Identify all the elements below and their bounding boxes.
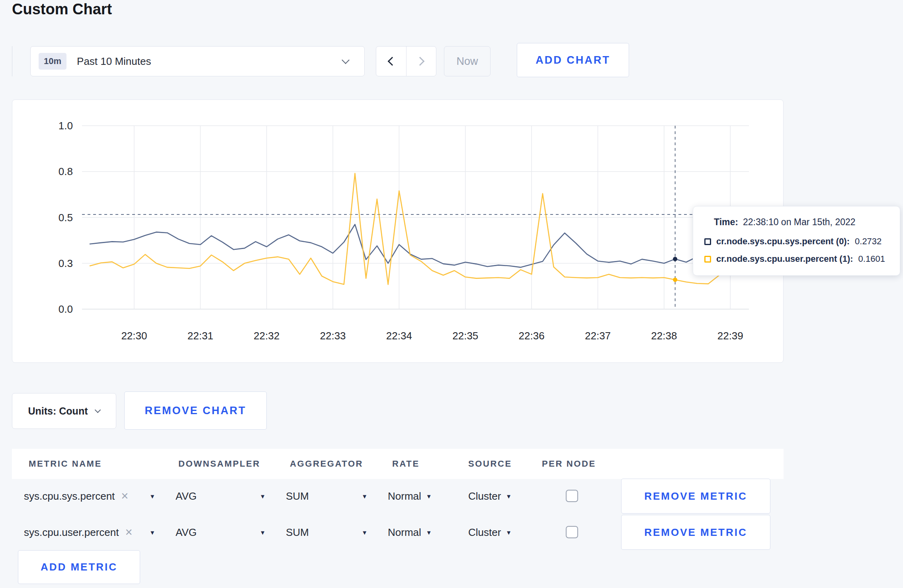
time-pager — [376, 46, 436, 76]
remove-metric-button[interactable]: REMOVE METRIC — [621, 479, 770, 514]
timeseries-chart[interactable]: 0.00.30.50.81.022:3022:3122:3222:3322:34… — [12, 100, 784, 363]
series-swatch-icon — [704, 238, 711, 245]
y-axis-tick-label: 0.5 — [59, 212, 73, 224]
aggregator-value: SUM — [286, 490, 309, 502]
metric-name-field[interactable]: sys.cpu.user.percent×▼ — [24, 515, 155, 550]
page-title: Custom Chart — [12, 1, 112, 18]
series-swatch-icon — [704, 256, 711, 263]
per-node-checkbox[interactable] — [566, 490, 578, 502]
downsampler-select[interactable]: AVG▼ — [176, 515, 266, 550]
source-value: Cluster — [468, 490, 501, 502]
time-range-badge: 10m — [39, 53, 66, 70]
rate-value: Normal — [388, 490, 421, 502]
metric-row: sys.cpu.sys.percent×▼AVG▼SUM▼Normal▼Clus… — [12, 479, 784, 514]
prev-range-button[interactable] — [376, 47, 406, 76]
source-value: Cluster — [468, 526, 501, 539]
tooltip-series-label: cr.node.sys.cpu.user.percent (1): — [716, 254, 853, 264]
metric-row: sys.cpu.user.percent×▼AVG▼SUM▼Normal▼Clu… — [12, 515, 784, 550]
tooltip-series-value: 0.1601 — [858, 254, 885, 264]
rate-select[interactable]: Normal▼ — [388, 479, 432, 514]
rate-value: Normal — [388, 526, 421, 539]
x-axis-tick-label: 22:31 — [188, 330, 213, 342]
aggregator-value: SUM — [286, 526, 309, 539]
x-axis-tick-label: 22:33 — [320, 330, 346, 342]
column-header-metric-name: METRIC NAME — [29, 449, 102, 479]
units-label: Units: Count — [28, 405, 88, 417]
chevron-right-icon — [415, 57, 424, 66]
tooltip-time-value: 22:38:10 on Mar 15th, 2022 — [743, 217, 856, 227]
x-axis-tick-label: 22:36 — [519, 330, 545, 342]
metric-name-value: sys.cpu.user.percent — [24, 526, 119, 539]
downsampler-value: AVG — [176, 490, 197, 502]
x-axis-tick-label: 22:32 — [254, 330, 280, 342]
per-node-checkbox[interactable] — [566, 526, 578, 538]
time-range-select[interactable]: 10m Past 10 Minutes — [30, 46, 365, 76]
tooltip-series-value: 0.2732 — [855, 236, 882, 247]
tooltip-series-row: cr.node.sys.cpu.user.percent (1):0.1601 — [704, 254, 889, 264]
x-axis-tick-label: 22:35 — [452, 330, 478, 342]
metrics-table-header: METRIC NAMEDOWNSAMPLERAGGREGATORRATESOUR… — [12, 449, 784, 479]
y-axis-tick-label: 0.0 — [59, 303, 73, 315]
clear-metric-icon[interactable]: × — [121, 489, 128, 503]
chart-panel: 0.00.30.50.81.022:3022:3122:3222:3322:34… — [12, 99, 784, 363]
time-range-label: Past 10 Minutes — [77, 55, 151, 68]
y-axis-tick-label: 0.3 — [59, 257, 73, 269]
column-header-downsampler: DOWNSAMPLER — [178, 449, 260, 479]
x-axis-tick-label: 22:30 — [121, 330, 147, 342]
column-header-source: SOURCE — [468, 449, 512, 479]
column-header-per-node: PER NODE — [542, 449, 596, 479]
rate-select[interactable]: Normal▼ — [388, 515, 432, 550]
dropdown-caret-icon: ▼ — [426, 529, 432, 536]
clear-metric-icon[interactable]: × — [125, 525, 132, 539]
tooltip-time-label: Time: — [714, 217, 738, 227]
dropdown-caret-icon: ▼ — [362, 529, 367, 536]
x-axis-tick-label: 22:34 — [386, 330, 412, 342]
dropdown-caret-icon: ▼ — [260, 493, 266, 500]
source-select[interactable]: Cluster▼ — [468, 515, 512, 550]
chart-hover-tooltip: Time:22:38:10 on Mar 15th, 2022 cr.node.… — [693, 206, 900, 276]
next-range-button[interactable] — [406, 47, 436, 76]
add-chart-button[interactable]: ADD CHART — [517, 43, 629, 77]
hover-point — [673, 257, 677, 261]
chevron-down-icon — [95, 407, 101, 413]
dropdown-caret-icon: ▼ — [260, 529, 266, 536]
dropdown-caret-icon[interactable]: ▼ — [149, 493, 155, 500]
downsampler-value: AVG — [176, 526, 197, 539]
downsampler-select[interactable]: AVG▼ — [176, 479, 266, 514]
dropdown-caret-icon: ▼ — [506, 493, 512, 500]
aggregator-select[interactable]: SUM▼ — [286, 479, 367, 514]
dropdown-caret-icon[interactable]: ▼ — [149, 529, 155, 536]
y-axis-tick-label: 1.0 — [59, 120, 73, 132]
source-select[interactable]: Cluster▼ — [468, 479, 512, 514]
series-line — [90, 173, 741, 284]
toolbar-divider — [12, 46, 12, 76]
chevron-left-icon — [388, 57, 397, 66]
dropdown-caret-icon: ▼ — [426, 493, 432, 500]
aggregator-select[interactable]: SUM▼ — [286, 515, 367, 550]
dropdown-caret-icon: ▼ — [362, 493, 367, 500]
now-button[interactable]: Now — [444, 46, 491, 76]
remove-metric-button[interactable]: REMOVE METRIC — [621, 515, 770, 550]
add-metric-button[interactable]: ADD METRIC — [18, 550, 140, 584]
metric-name-value: sys.cpu.sys.percent — [24, 490, 115, 502]
column-header-aggregator: AGGREGATOR — [290, 449, 363, 479]
series-line — [90, 224, 741, 267]
tooltip-time: Time:22:38:10 on Mar 15th, 2022 — [714, 217, 889, 228]
x-axis-tick-label: 22:37 — [585, 330, 611, 342]
y-axis-tick-label: 0.8 — [59, 165, 73, 177]
tooltip-series-label: cr.node.sys.cpu.sys.percent (0): — [716, 236, 850, 247]
column-header-rate: RATE — [392, 449, 420, 479]
chevron-down-icon — [342, 56, 350, 64]
x-axis-tick-label: 22:39 — [717, 330, 743, 342]
metric-name-field[interactable]: sys.cpu.sys.percent×▼ — [24, 479, 155, 514]
x-axis-tick-label: 22:38 — [651, 330, 677, 342]
dropdown-caret-icon: ▼ — [506, 529, 512, 536]
units-select[interactable]: Units: Count — [12, 393, 116, 429]
tooltip-series-row: cr.node.sys.cpu.sys.percent (0):0.2732 — [704, 236, 889, 247]
remove-chart-button[interactable]: REMOVE CHART — [124, 391, 267, 430]
hover-point — [673, 278, 677, 282]
